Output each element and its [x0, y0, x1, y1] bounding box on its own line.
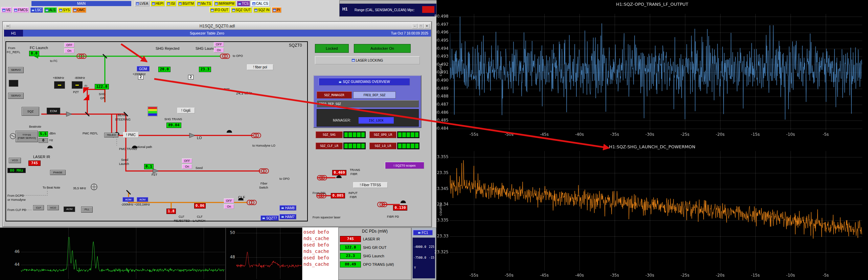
dcpd-value: 745 [340, 236, 361, 242]
mhz80-display: 80 MHz [7, 168, 26, 173]
gom-button[interactable]: GOM [137, 66, 150, 71]
range-window-titlebar[interactable] [340, 1, 436, 4]
shg-trans-value: 89.04 [166, 123, 181, 128]
window-title: H1SQZ_SQZT0.adl [3, 24, 431, 28]
close-button[interactable]: ✕ [424, 24, 430, 28]
header-screen-title: Squeezer Table Zero [23, 31, 391, 35]
eom-chip: EOM [47, 108, 60, 114]
menu-button-mx-ts[interactable]: Mx:TS [196, 1, 212, 6]
fc-off-button[interactable]: OFF [64, 43, 74, 47]
fc-launch-value: 8.0 [29, 51, 39, 56]
sqz-manager-button[interactable]: SQZ_MANAGER [317, 91, 352, 99]
ham8-button[interactable]: HAM8 [279, 205, 296, 211]
shg-on-button[interactable]: On [214, 48, 224, 52]
shg-label: SHG [99, 93, 106, 96]
menu-button-tcs[interactable]: TCS [237, 1, 250, 6]
y-tick-label: 80.493 [430, 54, 449, 59]
guardian-node-sqz_clf_lr[interactable]: SQZ_CLF_LR [316, 143, 343, 149]
related-display-icon [339, 81, 342, 83]
to-beat-note-label: To Beat Note [43, 186, 60, 189]
x-tick-label: -25s [675, 273, 695, 278]
clf-off-button[interactable]: OFF [224, 198, 234, 203]
sqz-guardians-overview-button[interactable]: SQZ GUARDIANS OVERVIEW [319, 78, 410, 86]
menu-button-pi[interactable]: PI [272, 7, 281, 13]
y-tick-label: 50 [227, 230, 235, 235]
maximize-button[interactable]: □ [418, 24, 424, 28]
menu-button-sqz-in[interactable]: SQZ IN [253, 7, 271, 13]
clf-aom-button-1[interactable]: AOM [122, 197, 134, 202]
pzt-label-1: PZT [73, 91, 79, 94]
seed-on-button[interactable]: On [182, 164, 192, 169]
fc1-button[interactable]: FC1 [413, 230, 433, 235]
menu-button-sys[interactable]: SYS [58, 7, 71, 13]
related-display-icon [45, 9, 48, 12]
to-homodyne-lo-label: to Homodyne LO [252, 144, 275, 147]
laser-locking-button[interactable]: LASER LOCKING [315, 56, 420, 64]
laser-ir-value: 745 [28, 160, 41, 166]
window-titlebar[interactable]: H1SQZ_SQZT0.adl – □ ✕ [3, 22, 431, 30]
manager-state-label: FREQ_DEP_SQZ [353, 91, 396, 99]
shg-off-button[interactable]: OFF [214, 42, 224, 47]
minimize-button[interactable]: – [412, 24, 417, 28]
menu-button-ifo-out[interactable]: IFO OUT [209, 7, 230, 13]
guardian-node-sqz_shg[interactable]: SQZ_SHG [316, 131, 343, 138]
terminal-line: nds_cache [302, 248, 338, 255]
fiber-ttfss-button[interactable]: ! Fiber TTFSS [353, 182, 388, 188]
guardian-node-sqz_opo_lr[interactable]: SQZ_OPO_LR [369, 131, 396, 138]
menu-button-bs-itm[interactable]: BS/ITM [177, 1, 195, 6]
shg-plot-canvas[interactable] [450, 151, 862, 271]
fiber-pol-button[interactable]: ! fiber pol [247, 64, 273, 70]
related-display-icon [211, 9, 214, 12]
guardian-node-sqz_lo_lr[interactable]: SQZ_LO_LR [369, 143, 396, 149]
menu-button-isi[interactable]: ISI [166, 1, 176, 6]
from-dcpd-label-1: From DCPD [7, 194, 24, 197]
menu-button-fmcs[interactable]: FMCS [13, 7, 29, 13]
aom-minus-chip [72, 81, 83, 89]
dcpd-value: 122.8 [340, 244, 361, 251]
fc1-value: 225 [429, 245, 434, 249]
menu-button-lvea[interactable]: LVEA [135, 1, 150, 6]
hz-label: Hz [49, 139, 53, 142]
mini-scope-red-canvas[interactable] [236, 228, 302, 279]
y-tick-label: 80.494 [430, 46, 449, 51]
fc-on-button[interactable]: On [64, 48, 74, 53]
fc1-axis-label: Y [414, 266, 416, 270]
gige-button[interactable]: ! GigE [177, 108, 195, 113]
sqzt0-scopes-button[interactable]: ! SQZT0 scopes [385, 162, 424, 169]
dcpd-row: 23.3SHG Launch [340, 253, 410, 259]
shg-launch-value: 23.3 [199, 67, 211, 72]
seed-off-button[interactable]: OFF [182, 158, 192, 163]
menu-button-ve[interactable]: VE [1, 7, 12, 13]
y-tick-label: 80.497 [430, 22, 449, 27]
clf-rejected-value: 1.8 [166, 209, 176, 214]
menu-button-im-rm-pm[interactable]: IM/RM/PM [213, 1, 236, 6]
clf-on-button[interactable]: On [224, 204, 234, 209]
related-display-icon [152, 2, 155, 5]
menu-row-2a: VEFMCSLSCALSSYSOMC [1, 7, 86, 13]
related-display-icon [167, 2, 170, 5]
request-dropdown[interactable]: FREQ_DEP_SQZ [317, 100, 419, 107]
autolocker-status: Autolocker On [354, 44, 411, 53]
x-tick-label: -55s [464, 132, 484, 137]
menu-button-als[interactable]: ALS [44, 7, 57, 13]
mini-scope-green-canvas[interactable] [21, 228, 225, 279]
dcpd-label: SHG Launch [363, 254, 384, 258]
y-tick-label: 23.33 [430, 234, 449, 238]
terminal-window[interactable]: osed befonds_cacheosed befonds_cacheosed… [302, 228, 338, 280]
dcpd-label: LASER IR [363, 237, 380, 241]
servo-chip-1: SERVO [8, 67, 24, 73]
menu-button-lsc[interactable]: LSC [30, 7, 43, 13]
menu-button-cal-cs[interactable]: CAL CS [251, 1, 270, 6]
sqzt7-button[interactable]: SQZT7 [260, 215, 279, 221]
opo-plot-canvas[interactable] [450, 14, 862, 130]
trans-fibr-label-1: TRANS [350, 169, 360, 172]
menu-button-omc[interactable]: OMC [72, 7, 86, 13]
ham7-button[interactable]: HAM7 [279, 214, 296, 219]
pmc-button[interactable]: ! PMC [123, 132, 139, 138]
pmc-refl-label: PMC REFL [83, 132, 98, 135]
pll-chip: PLL [81, 207, 93, 213]
menu-button-hepi[interactable]: HEPI [151, 1, 165, 6]
clf-aom-button-2[interactable]: AOM [137, 197, 148, 202]
menu-button-sqz-out[interactable]: SQZ OUT [231, 7, 252, 13]
from-psl-label: From PSL [313, 192, 326, 195]
